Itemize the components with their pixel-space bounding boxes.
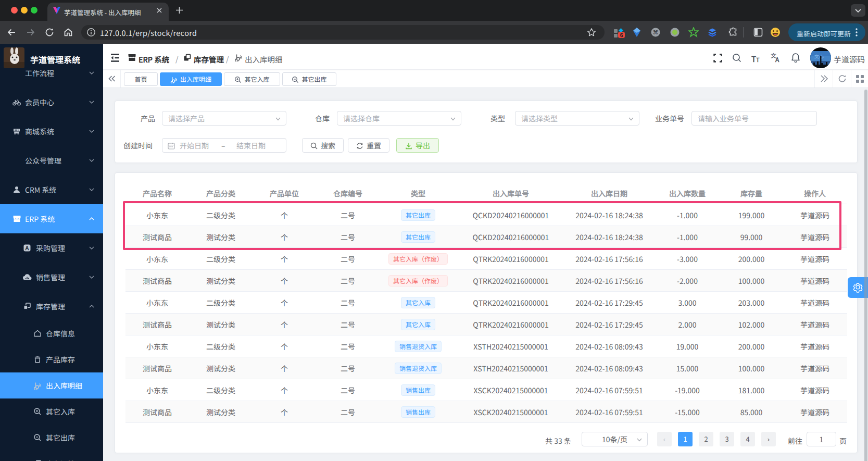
svg-text:文心: 文心 (814, 53, 824, 60)
svg-text:A: A (25, 244, 29, 252)
svg-text:⌘: ⌘ (653, 28, 659, 36)
svg-text:A: A (775, 55, 779, 63)
svg-text:6: 6 (620, 31, 623, 39)
